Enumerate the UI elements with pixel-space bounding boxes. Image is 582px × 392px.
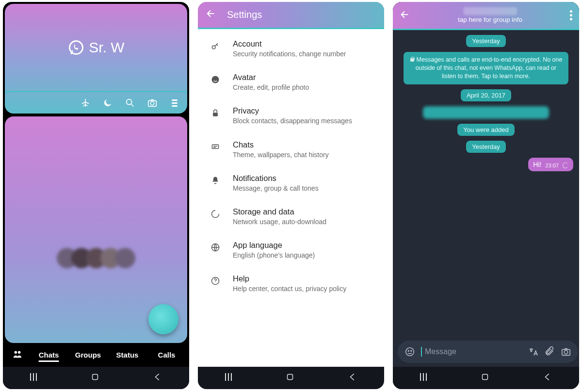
item-sub: Security notifications, change number: [233, 49, 346, 58]
back-icon[interactable]: [400, 9, 410, 21]
help-icon: [210, 275, 221, 287]
nav-back-icon[interactable]: [542, 372, 553, 384]
bell-icon: [210, 175, 221, 186]
item-sub: Block contacts, disappearing messages: [233, 116, 352, 125]
svg-point-16: [406, 348, 414, 356]
settings-item-chats[interactable]: ChatsTheme, wallpapers, chat history: [198, 133, 384, 166]
system-msg-redacted: [423, 106, 549, 119]
search-icon[interactable]: [124, 97, 136, 109]
settings-item-account[interactable]: AccountSecurity notifications, change nu…: [198, 32, 384, 65]
item-title: Account: [233, 39, 346, 49]
android-nav-bar: [198, 367, 384, 389]
group-name-redacted: [464, 7, 517, 15]
outgoing-message[interactable]: Hi! 23:07: [528, 158, 573, 171]
settings-title: Settings: [227, 9, 262, 20]
nav-back-icon[interactable]: [152, 372, 163, 384]
globe-icon: [210, 242, 221, 253]
tab-status[interactable]: Status: [108, 351, 147, 359]
nav-recents-icon[interactable]: [29, 373, 38, 383]
story-avatars-blurred: [60, 248, 132, 268]
chat-header[interactable]: tap here for group info: [393, 2, 579, 30]
nav-recents-icon[interactable]: [419, 373, 428, 383]
item-title: Storage and data: [233, 207, 326, 216]
svg-rect-15: [287, 375, 292, 380]
composer: [393, 337, 579, 367]
settings-item-storage[interactable]: Storage and dataNetwork usage, auto-down…: [198, 200, 384, 233]
svg-point-10: [216, 79, 217, 80]
brand-text: Sr. W: [89, 39, 124, 56]
camera-icon[interactable]: [561, 346, 571, 357]
chat-body: Yesterday Messages and calls are end-to-…: [393, 30, 579, 337]
settings-item-notifications[interactable]: NotificationsMessage, group & call tones: [198, 166, 384, 200]
tab-groups[interactable]: Groups: [68, 351, 108, 359]
svg-point-3: [150, 101, 154, 105]
item-title: Chats: [233, 140, 329, 149]
item-sub: English (phone's language): [233, 251, 315, 260]
item-sub: Create, edit, profile photo: [233, 83, 309, 92]
composer-pill: [398, 341, 578, 363]
chat-icon: [210, 141, 221, 153]
svg-point-1: [127, 99, 132, 105]
spinner-icon: [210, 208, 221, 220]
svg-point-4: [15, 351, 17, 354]
tab-chats[interactable]: Chats: [29, 351, 68, 359]
item-sub: Network usage, auto-download: [233, 217, 326, 226]
menu-icon[interactable]: [169, 97, 180, 109]
nav-home-icon[interactable]: [285, 372, 295, 384]
settings-item-avatar[interactable]: AvatarCreate, edit, profile photo: [198, 65, 384, 99]
lock-icon: [210, 107, 221, 119]
airplane-icon[interactable]: [80, 97, 91, 109]
more-icon[interactable]: [570, 10, 572, 20]
settings-header: Settings: [198, 2, 384, 29]
nav-back-icon[interactable]: [347, 372, 358, 384]
svg-rect-12: [212, 145, 218, 148]
camera-icon[interactable]: [146, 97, 158, 109]
home-toolbar: [5, 91, 187, 114]
bottom-tabs: Chats Groups Status Calls: [3, 343, 189, 367]
svg-point-20: [564, 350, 567, 354]
tab-calls[interactable]: Calls: [147, 351, 186, 359]
svg-point-9: [214, 79, 215, 80]
nav-home-icon[interactable]: [90, 372, 100, 384]
attach-icon[interactable]: [544, 346, 555, 357]
svg-rect-6: [92, 375, 97, 380]
settings-list: AccountSecurity notifications, change nu…: [198, 29, 384, 367]
svg-point-18: [411, 350, 412, 351]
back-icon[interactable]: [206, 8, 216, 21]
item-sub: Message, group & call tones: [233, 184, 319, 193]
android-nav-bar: [3, 367, 189, 389]
emoji-icon[interactable]: [404, 346, 415, 357]
msg-time: 23:07: [545, 163, 559, 168]
item-title: App language: [233, 241, 315, 250]
android-nav-bar: [393, 367, 579, 389]
msg-text: Hi!: [533, 161, 541, 168]
chat-title-area[interactable]: tap here for group info: [418, 7, 562, 23]
settings-item-language[interactable]: App languageEnglish (phone's language): [198, 233, 384, 267]
svg-point-17: [408, 350, 409, 351]
message-input[interactable]: [421, 347, 522, 357]
system-chip-added: You were added: [457, 124, 515, 136]
key-icon: [210, 40, 221, 52]
new-chat-fab[interactable]: [148, 304, 178, 334]
app-brand: Sr. W: [5, 4, 187, 91]
item-title: Avatar: [233, 73, 309, 82]
moon-icon[interactable]: [102, 97, 113, 109]
svg-rect-11: [213, 113, 218, 117]
settings-item-privacy[interactable]: PrivacyBlock contacts, disappearing mess…: [198, 99, 384, 132]
svg-point-8: [212, 76, 219, 83]
svg-rect-22: [482, 375, 487, 380]
date-chip: Yesterday: [466, 35, 505, 47]
community-tab-icon[interactable]: [6, 349, 29, 361]
whatsapp-logo-icon: [67, 39, 85, 56]
translate-icon[interactable]: [528, 346, 538, 357]
svg-point-7: [212, 46, 215, 49]
home-body-card: [5, 116, 187, 343]
pending-icon: [563, 163, 568, 168]
home-header-card: Sr. W: [5, 4, 187, 114]
nav-recents-icon[interactable]: [224, 373, 233, 383]
settings-item-help[interactable]: HelpHelp center, contact us, privacy pol…: [198, 267, 384, 300]
nav-home-icon[interactable]: [480, 372, 490, 384]
item-sub: Help center, contact us, privacy policy: [233, 284, 346, 293]
chat-subtitle: tap here for group info: [418, 16, 562, 23]
encryption-notice[interactable]: Messages and calls are end-to-end encryp…: [404, 52, 568, 84]
